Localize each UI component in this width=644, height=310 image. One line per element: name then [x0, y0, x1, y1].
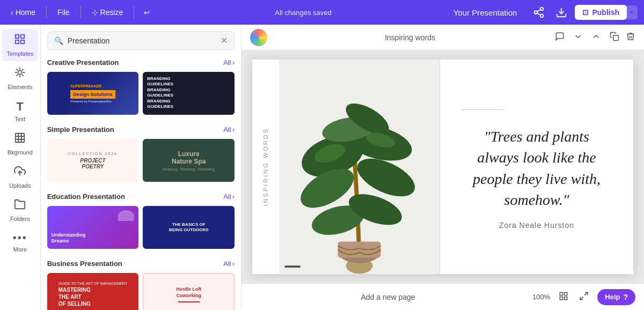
gradient-color-button[interactable]	[250, 29, 267, 46]
text-icon: T	[17, 100, 24, 114]
canvas-toolbar-right	[553, 29, 635, 46]
simple-all-link[interactable]: All ›	[223, 126, 235, 134]
template-item[interactable]: GUIDE TO THE ART OF MANAGEMENT MASTERING…	[47, 273, 139, 310]
undo-button[interactable]: ↩	[141, 5, 153, 20]
sidebar-icons: Templates Elements T Text Bkground	[0, 25, 41, 310]
sidebar-item-templates[interactable]: Templates	[2, 29, 38, 61]
svg-line-32	[585, 292, 588, 295]
slide-progress-bar	[284, 265, 301, 268]
sidebar-item-text[interactable]: T Text	[2, 95, 38, 127]
chevron-right-icon: ›	[232, 260, 235, 268]
background-icon	[14, 132, 26, 147]
presentation-title: Your Presentation	[453, 8, 517, 17]
svg-rect-7	[21, 35, 24, 38]
svg-rect-9	[21, 40, 24, 43]
slide-content-section: "Trees and plants always look like the p…	[440, 60, 633, 274]
sidebar-item-uploads[interactable]: Uploads	[2, 161, 38, 193]
file-button[interactable]: File	[53, 6, 74, 19]
business-section-title: Business Presentation	[47, 260, 122, 268]
download-button[interactable]	[552, 3, 570, 21]
slide[interactable]: INSPIRING WORDS	[252, 60, 633, 274]
sidebar-item-elements[interactable]: Elements	[2, 62, 38, 94]
chevron-right-icon: ›	[232, 126, 235, 134]
resize-button[interactable]: ⊹ Resize	[87, 6, 128, 19]
svg-rect-8	[16, 40, 19, 43]
template-item[interactable]: UnderstandingDreams	[47, 206, 139, 249]
search-input[interactable]	[68, 36, 216, 45]
creative-all-link[interactable]: All ›	[223, 58, 235, 67]
add-page-button[interactable]: Add a new page	[250, 289, 526, 306]
slide-vertical-text: INSPIRING WORDS	[262, 128, 269, 206]
template-item[interactable]: LuxureNature Spa Relaxing · Reviving · R…	[143, 139, 235, 182]
business-section-header: Business Presentation All ›	[47, 260, 235, 268]
education-all-link[interactable]: All ›	[223, 193, 235, 201]
education-template-grid: UnderstandingDreams THE BASICS OFBEING O…	[47, 206, 235, 249]
svg-rect-13	[613, 35, 619, 40]
template-item[interactable]: Hustle LoftCoworking	[143, 273, 235, 310]
creative-section-header: Creative Presentation All ›	[47, 58, 235, 67]
template-item[interactable]: BRANDINGGUIDELINESBRANDINGGUIDELINESBRAN…	[143, 72, 235, 115]
expand-button[interactable]	[571, 29, 585, 46]
slide-author[interactable]: Zora Neale Hurston	[462, 221, 612, 230]
svg-point-0	[540, 8, 544, 11]
svg-rect-27	[338, 242, 381, 258]
collapse-button[interactable]	[589, 29, 603, 46]
business-all-link[interactable]: All ›	[223, 260, 235, 268]
template-item[interactable]: THE BASICS OFBEING OUTDOORS	[143, 206, 235, 249]
resize-icon: ⊹	[92, 8, 98, 17]
sidebar-item-label: Templates	[6, 50, 33, 57]
home-button[interactable]: ‹ Home	[6, 6, 40, 19]
education-section-title: Education Presentation	[47, 193, 125, 201]
help-button[interactable]: Help ?	[597, 289, 635, 305]
separator	[80, 6, 81, 19]
elements-icon	[14, 67, 26, 82]
fit-screen-button[interactable]	[577, 289, 591, 305]
sidebar-item-label: More	[13, 246, 27, 253]
sidebar-item-folders[interactable]: Folders	[2, 194, 38, 226]
svg-point-2	[540, 14, 544, 17]
grid-view-button[interactable]	[557, 289, 570, 305]
clear-search-button[interactable]: ✕	[221, 35, 228, 46]
duplicate-button[interactable]	[608, 29, 621, 46]
publish-dropdown-button[interactable]: ▾	[626, 5, 638, 19]
delete-slide-button[interactable]	[626, 32, 635, 43]
slide-label: Inspiring words	[385, 33, 435, 42]
slide-quote[interactable]: "Trees and plants always look like the p…	[462, 126, 612, 210]
templates-panel: 🔍 ✕ Creative Presentation All › SUPERFRE…	[41, 25, 241, 310]
sidebar-item-more[interactable]: ••• More	[2, 227, 38, 257]
search-icon: 🔍	[54, 36, 63, 45]
business-template-grid: GUIDE TO THE ART OF MANAGEMENT MASTERING…	[47, 273, 235, 310]
canvas-scroll[interactable]: INSPIRING WORDS	[241, 50, 644, 283]
simple-section-title: Simple Presentation	[47, 126, 114, 134]
svg-point-1	[535, 11, 538, 14]
sidebar-item-background[interactable]: Bkground	[2, 128, 38, 160]
slide-left-text: INSPIRING WORDS	[252, 60, 279, 274]
svg-rect-28	[560, 292, 563, 295]
template-item[interactable]: SUPERFREAKER Design Solutions Powered by…	[47, 72, 139, 115]
slide-image-section	[279, 60, 440, 274]
save-status: All changes saved	[157, 9, 449, 17]
plant-illustration	[279, 60, 440, 274]
creative-section-title: Creative Presentation	[47, 58, 119, 67]
svg-line-3	[537, 13, 540, 15]
canvas-toolbar: Inspiring words	[241, 25, 644, 50]
chevron-right-icon: ›	[232, 58, 235, 67]
chevron-right-icon: ›	[232, 193, 235, 201]
more-icon: •••	[13, 232, 27, 244]
svg-rect-31	[565, 297, 567, 299]
simple-template-grid: COLLECTION 2024 PROJECTPOETRY LuxureNatu…	[47, 139, 235, 182]
simple-section-header: Simple Presentation All ›	[47, 126, 235, 134]
share-button[interactable]	[530, 3, 548, 21]
toolbar-right: Your Presentation ⊡ Publish ▾	[453, 3, 638, 21]
separator	[46, 6, 47, 19]
comment-button[interactable]	[553, 29, 567, 46]
folders-icon	[14, 198, 26, 213]
svg-rect-29	[565, 292, 567, 295]
template-item[interactable]: COLLECTION 2024 PROJECTPOETRY	[47, 139, 139, 182]
creative-template-grid: SUPERFREAKER Design Solutions Powered by…	[47, 72, 235, 115]
svg-line-33	[581, 297, 583, 300]
publish-icon: ⊡	[582, 8, 589, 17]
canvas-area: Inspiring words	[241, 25, 644, 310]
search-bar: 🔍 ✕	[47, 31, 235, 50]
publish-button[interactable]: ⊡ Publish	[575, 5, 627, 20]
